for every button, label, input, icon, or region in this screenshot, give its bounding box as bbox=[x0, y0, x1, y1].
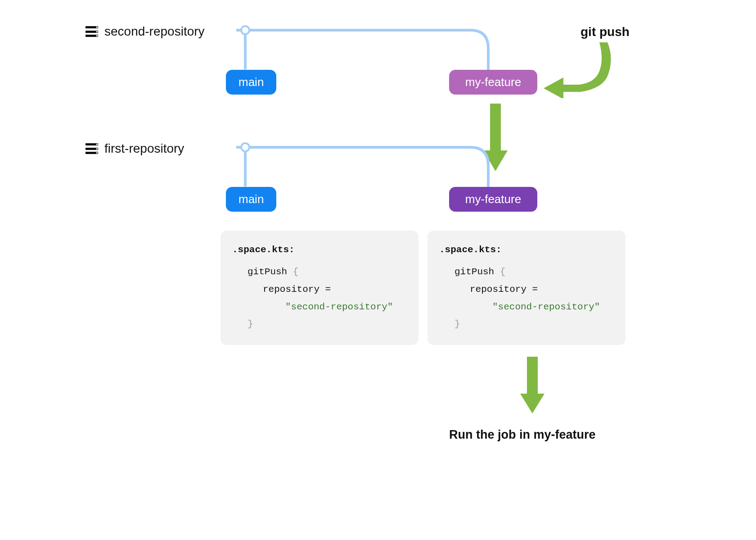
branch-feature-top-label: my-feature bbox=[465, 75, 521, 89]
run-job-label: Run the job in my-feature bbox=[449, 428, 596, 442]
repo-name-second: second-repository bbox=[104, 24, 205, 39]
repo-name-first: first-repository bbox=[104, 141, 184, 156]
branch-main-top-label: main bbox=[238, 75, 264, 89]
arrow-run-job bbox=[517, 357, 548, 417]
branch-feature-bottom-label: my-feature bbox=[465, 192, 521, 206]
server-icon bbox=[86, 143, 98, 154]
branch-badge-main-top: main bbox=[226, 70, 276, 95]
branch-badge-feature-top: my-feature bbox=[449, 70, 537, 95]
server-icon bbox=[86, 26, 98, 37]
svg-rect-4 bbox=[527, 357, 538, 394]
branch-badge-main-bottom: main bbox=[226, 187, 276, 212]
code-box-main: .space.kts: gitPush { repository = "seco… bbox=[220, 231, 418, 345]
repo-row-first: first-repository bbox=[86, 141, 184, 156]
commit-dot-bottom bbox=[240, 142, 250, 152]
code-main-line2: repository = bbox=[263, 284, 331, 295]
code-feat-line3: "second-repository" bbox=[492, 302, 600, 312]
code-title-feature: .space.kts: bbox=[439, 241, 614, 259]
svg-marker-5 bbox=[520, 394, 544, 413]
code-feat-line1: gitPush bbox=[454, 267, 494, 277]
repo-row-second: second-repository bbox=[86, 24, 205, 39]
git-push-label: git push bbox=[580, 25, 630, 39]
code-feat-line2: repository = bbox=[470, 284, 538, 295]
diagram-stage: second-repository main my-feature git pu… bbox=[86, 18, 666, 513]
svg-rect-1 bbox=[490, 104, 501, 150]
commit-dot-top bbox=[240, 25, 250, 35]
code-box-feature: .space.kts: gitPush { repository = "seco… bbox=[428, 231, 626, 345]
code-main-line3: "second-repository" bbox=[285, 302, 393, 312]
branch-main-bottom-label: main bbox=[238, 192, 264, 206]
code-main-line1: gitPush bbox=[248, 267, 287, 277]
code-title-main: .space.kts: bbox=[232, 241, 407, 259]
branch-badge-feature-bottom: my-feature bbox=[449, 187, 537, 212]
arrow-gitpush-to-feature bbox=[540, 40, 621, 98]
